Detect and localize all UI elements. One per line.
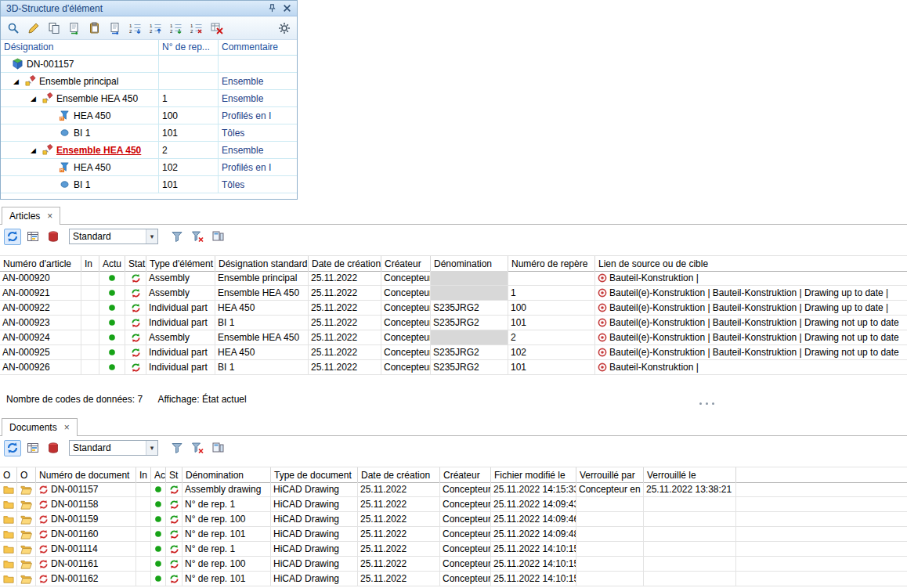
- article-row[interactable]: AN-000924AssemblyEnsemble HEA 45025.11.2…: [0, 330, 907, 345]
- green-dot-icon: [108, 348, 116, 356]
- window-layout-icon[interactable]: [209, 440, 226, 456]
- column-header[interactable]: Créateur: [440, 467, 491, 483]
- copy-arrow-icon[interactable]: [66, 20, 83, 36]
- paste-arrow-icon[interactable]: [107, 20, 124, 36]
- tree-row[interactable]: BI 1101Tôles: [1, 124, 297, 142]
- tree-cell-designation: DN-001157: [1, 56, 159, 73]
- column-header[interactable]: Verrouillé le: [644, 467, 736, 483]
- tab-close-icon[interactable]: ×: [47, 211, 52, 222]
- column-header[interactable]: Actu: [99, 256, 125, 272]
- column-header[interactable]: Créateur: [381, 256, 431, 272]
- column-header[interactable]: O: [17, 467, 36, 483]
- filter-clear-icon[interactable]: [189, 229, 206, 245]
- document-row[interactable]: DN-001161N° de rep. 100HiCAD Drawing25.1…: [0, 557, 907, 572]
- sort-num-insert-icon[interactable]: 12: [168, 20, 185, 36]
- tree-row[interactable]: HHEA 450100Profilés en I: [1, 107, 297, 124]
- column-header[interactable]: St: [166, 467, 182, 483]
- filter-icon[interactable]: [168, 440, 186, 456]
- column-header[interactable]: Verrouillé par: [576, 467, 644, 483]
- column-header[interactable]: In: [81, 256, 99, 272]
- column-header[interactable]: Désignation standard: [215, 256, 309, 272]
- splitter-handle[interactable]: [699, 402, 714, 405]
- column-header[interactable]: Numéro de document: [36, 467, 136, 483]
- window-layout-icon[interactable]: [209, 229, 226, 245]
- document-row[interactable]: DN-001159N° de rep. 100HiCAD Drawing25.1…: [0, 512, 907, 527]
- pin-icon[interactable]: [266, 2, 279, 14]
- column-header[interactable]: Date de création: [309, 256, 381, 272]
- tree-column-header[interactable]: Commentaire: [219, 40, 297, 56]
- column-header[interactable]: In: [136, 467, 151, 483]
- database-icon[interactable]: [45, 229, 62, 245]
- delete-table-icon[interactable]: [208, 20, 226, 36]
- column-header[interactable]: Stat: [125, 256, 146, 272]
- expand-toggle-icon[interactable]: ◢: [29, 146, 42, 154]
- article-row[interactable]: AN-000921AssemblyEnsemble HEA 45025.11.2…: [0, 286, 907, 301]
- article-row[interactable]: AN-000922Individual partHEA 45025.11.202…: [0, 301, 907, 316]
- svg-text:2: 2: [190, 29, 193, 34]
- database-icon[interactable]: [45, 440, 62, 456]
- cell-locked-on: [644, 527, 736, 542]
- article-row[interactable]: AN-000923Individual partBI 125.11.2022Co…: [0, 316, 907, 330]
- close-icon[interactable]: [280, 2, 294, 14]
- tree-row[interactable]: HHEA 450102Profilés en I: [1, 159, 297, 176]
- paste-icon[interactable]: [86, 20, 103, 36]
- green-dot-icon: [154, 515, 162, 523]
- search-icon[interactable]: [5, 20, 22, 36]
- filter-icon[interactable]: [168, 229, 186, 245]
- result-table-icon[interactable]: [24, 229, 42, 245]
- sort-num-remove-icon[interactable]: 12: [188, 20, 205, 36]
- column-header[interactable]: Dénomination: [182, 467, 271, 483]
- sort-num-down-icon[interactable]: 12: [127, 20, 144, 36]
- refresh-icon[interactable]: [4, 440, 21, 456]
- tree-column-header[interactable]: Désignation: [1, 40, 159, 56]
- status-record-count: Nombre de codes de données: 7: [6, 394, 143, 405]
- column-header[interactable]: [736, 467, 907, 483]
- column-header[interactable]: Dénomination: [431, 256, 508, 272]
- tab-close-icon[interactable]: ×: [64, 422, 70, 433]
- document-row[interactable]: DN-001114N° de rep. 1HiCAD Drawing25.11.…: [0, 542, 907, 557]
- tab-documents[interactable]: Documents ×: [2, 418, 78, 436]
- cell-creator: Concepteur: [440, 527, 491, 542]
- cell-standard-designation: Ensemble principal: [215, 271, 309, 286]
- sort-num-up-icon[interactable]: 12: [147, 20, 164, 36]
- gear-icon[interactable]: [276, 20, 293, 36]
- column-header[interactable]: Fichier modifié le: [491, 467, 576, 483]
- result-table-icon[interactable]: [24, 440, 42, 456]
- tree-column-header[interactable]: N° de rep...: [159, 40, 219, 56]
- tree-row[interactable]: ◢Ensemble HEA 4502Ensemble: [1, 142, 297, 159]
- expand-toggle-icon[interactable]: ◢: [12, 78, 24, 85]
- copy-icon[interactable]: [45, 20, 63, 36]
- column-header[interactable]: Type d'élément: [146, 256, 215, 272]
- cell-creator: Concepteur: [440, 497, 491, 512]
- tree-row[interactable]: BI 1101Tôles: [1, 176, 297, 193]
- column-header[interactable]: Lien de source ou de cible: [595, 256, 907, 272]
- column-header[interactable]: Numéro d'article: [0, 256, 81, 272]
- document-row[interactable]: DN-001160N° de rep. 101HiCAD Drawing25.1…: [0, 527, 907, 542]
- structure-panel-titlebar[interactable]: 3D-Structure d'élément: [1, 1, 297, 16]
- article-row[interactable]: AN-000920AssemblyEnsemble principal25.11…: [0, 271, 907, 286]
- article-row[interactable]: AN-000925Individual partHEA 45025.11.202…: [0, 345, 907, 360]
- tab-articles[interactable]: Articles ×: [2, 207, 60, 225]
- column-header[interactable]: Numéro de repère: [508, 256, 595, 272]
- result-list-combo[interactable]: Standard ▾: [69, 440, 158, 456]
- cell-filler: [736, 512, 907, 527]
- edit-icon[interactable]: [25, 20, 42, 36]
- expand-toggle-icon[interactable]: ◢: [29, 95, 42, 103]
- article-row[interactable]: AN-000926Individual partBI 125.11.2022Co…: [0, 360, 907, 375]
- tree-row[interactable]: DN-001157: [1, 56, 297, 73]
- column-header[interactable]: Type de document: [271, 467, 358, 483]
- column-header[interactable]: Ac: [151, 467, 166, 483]
- column-header[interactable]: Date de création: [358, 467, 440, 483]
- document-row[interactable]: DN-001157Assembly drawingHiCAD Drawing25…: [0, 482, 907, 497]
- result-list-combo[interactable]: Standard ▾: [69, 229, 158, 244]
- document-row[interactable]: DN-001158N° de rep. 1HiCAD Drawing25.11.…: [0, 497, 907, 512]
- filter-clear-icon[interactable]: [189, 440, 206, 456]
- column-header[interactable]: O: [0, 467, 17, 483]
- tree-cell-designation: BI 1: [1, 176, 159, 193]
- tree-cell-comment: Ensemble: [219, 73, 297, 90]
- tree-row[interactable]: ◢Ensemble HEA 4501Ensemble: [1, 90, 297, 107]
- cell-open-2: [17, 497, 36, 512]
- refresh-icon[interactable]: [4, 229, 21, 245]
- tree-row[interactable]: ◢Ensemble principalEnsemble: [1, 73, 297, 90]
- document-row[interactable]: DN-001162N° de rep. 101HiCAD Drawing25.1…: [0, 572, 907, 586]
